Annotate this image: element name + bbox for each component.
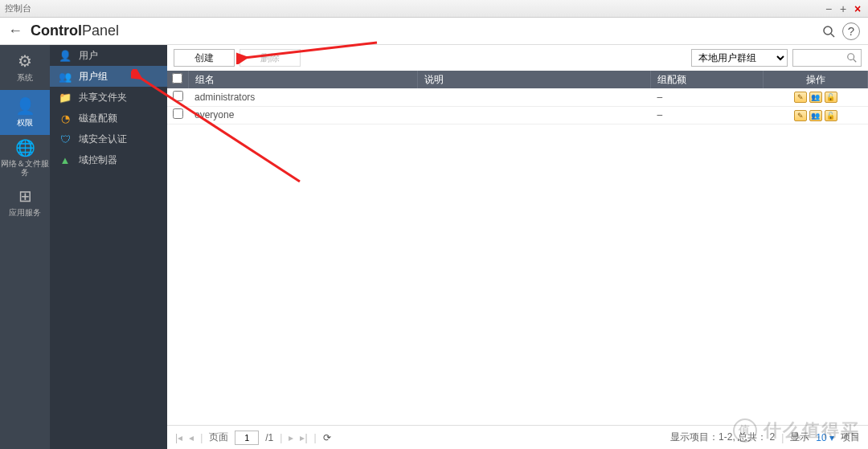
iconbar-label: 权限 xyxy=(17,117,33,129)
col-desc[interactable]: 说明 xyxy=(418,71,651,88)
search-input[interactable] xyxy=(792,49,862,67)
titlebar: 控制台 − + × xyxy=(0,0,868,18)
create-button[interactable]: 创建 xyxy=(174,49,235,67)
page-label: 页面 xyxy=(209,431,228,444)
users-icon: 👥 xyxy=(58,70,72,83)
prev-page-button[interactable]: ◂ xyxy=(189,432,194,443)
group-filter-select[interactable]: 本地用户群组 xyxy=(691,49,788,67)
cell-desc xyxy=(418,106,651,124)
svg-point-0 xyxy=(824,27,832,35)
cell-quota: – xyxy=(651,106,764,124)
row-checkbox[interactable] xyxy=(173,108,183,119)
cell-quota: – xyxy=(651,88,764,106)
members-icon[interactable]: 👥 xyxy=(809,110,822,121)
iconbar-label: 应用服务 xyxy=(9,207,41,218)
window-title: 控制台 xyxy=(5,2,31,14)
first-page-button[interactable]: |◂ xyxy=(175,432,182,443)
iconbar-item-network[interactable]: 🌐 网络＆文件服务 xyxy=(0,135,50,180)
sidebar-item-label: 共享文件夹 xyxy=(79,91,127,104)
help-icon[interactable]: ? xyxy=(842,22,860,40)
cell-name: everyone xyxy=(188,106,418,124)
sidebar-item-label: 域安全认证 xyxy=(79,133,127,146)
svg-line-3 xyxy=(854,59,857,63)
show-label: 显示 xyxy=(790,431,809,444)
header: ← ControlPanel ? xyxy=(0,18,868,45)
quota-icon: ◔ xyxy=(58,112,72,124)
maximize-button[interactable]: + xyxy=(837,2,849,15)
folder-icon: 📁 xyxy=(58,91,72,104)
row-actions: ✎ 👥 🔓 xyxy=(794,92,837,103)
page-size-select[interactable]: 10 ▾ xyxy=(816,432,834,443)
delete-button[interactable]: 删除 xyxy=(240,49,301,67)
close-button[interactable]: × xyxy=(852,2,863,15)
globe-icon: 🌐 xyxy=(15,138,35,157)
apps-icon: ⊞ xyxy=(18,186,32,206)
table-row[interactable]: everyone – ✎ 👥 🔓 xyxy=(167,106,868,124)
row-actions: ✎ 👥 🔓 xyxy=(794,110,837,121)
gear-icon: ⚙ xyxy=(18,51,32,71)
sidebar-item-label: 磁盘配额 xyxy=(79,112,117,125)
iconbar-item-apps[interactable]: ⊞ 应用服务 xyxy=(0,180,50,225)
sidebar-item-usergroups[interactable]: 👥 用户组 xyxy=(50,66,167,87)
refresh-button[interactable]: ⟳ xyxy=(323,432,331,443)
iconbar-item-privilege[interactable]: 👤 权限 xyxy=(0,90,50,135)
minimize-button[interactable]: − xyxy=(823,2,834,15)
edit-icon[interactable]: ✎ xyxy=(794,92,807,103)
svg-line-1 xyxy=(831,34,834,37)
page-total: /1 xyxy=(265,432,273,443)
sidebar-item-label: 用户 xyxy=(79,49,98,63)
sidebar: 👤 用户 👥 用户组 📁 共享文件夹 ◔ 磁盘配额 🛡 域安全认证 ▲ 域控制器 xyxy=(50,45,167,449)
search-icon xyxy=(846,52,858,63)
edit-icon[interactable]: ✎ xyxy=(794,110,807,121)
iconbar: ⚙ 系统 👤 权限 🌐 网络＆文件服务 ⊞ 应用服务 xyxy=(0,45,50,449)
toolbar: 创建 删除 本地用户群组 xyxy=(167,45,868,71)
select-all-checkbox[interactable] xyxy=(172,73,182,84)
table-row[interactable]: administrators – ✎ 👥 🔓 xyxy=(167,88,868,106)
shield-icon: 🛡 xyxy=(58,133,72,145)
col-quota[interactable]: 组配额 xyxy=(651,71,764,88)
sidebar-item-shared-folders[interactable]: 📁 共享文件夹 xyxy=(50,87,167,108)
sidebar-item-label: 域控制器 xyxy=(79,153,117,167)
status-text: 显示项目：1-2, 总共： 2 xyxy=(670,431,775,444)
page-input[interactable] xyxy=(235,431,259,445)
user-icon: 👤 xyxy=(15,96,35,116)
table-header-row: 组名 说明 组配额 操作 xyxy=(167,71,868,88)
sidebar-item-users[interactable]: 👤 用户 xyxy=(50,45,167,66)
server-icon: ▲ xyxy=(58,153,72,166)
last-page-button[interactable]: ▸| xyxy=(300,432,307,443)
col-name[interactable]: 组名 xyxy=(188,71,418,88)
members-icon[interactable]: 👥 xyxy=(809,92,822,103)
sidebar-item-domain-controller[interactable]: ▲ 域控制器 xyxy=(50,149,167,170)
iconbar-label: 网络＆文件服务 xyxy=(0,159,50,177)
item-label: 项目 xyxy=(841,431,860,444)
sidebar-item-domain-security[interactable]: 🛡 域安全认证 xyxy=(50,129,167,149)
sidebar-item-quota[interactable]: ◔ 磁盘配额 xyxy=(50,108,167,129)
row-checkbox[interactable] xyxy=(173,91,183,101)
next-page-button[interactable]: ▸ xyxy=(289,432,293,443)
cell-desc xyxy=(418,88,651,106)
iconbar-label: 系统 xyxy=(17,72,33,84)
back-button[interactable]: ← xyxy=(8,22,23,39)
pager: |◂ ◂ | 页面 /1 | ▸ ▸| | ⟳ 显示项目：1-2, 总共： 2 … xyxy=(167,425,868,449)
svg-point-2 xyxy=(848,54,854,60)
cell-name: administrators xyxy=(188,88,418,106)
sidebar-item-label: 用户组 xyxy=(79,70,108,84)
page-title: ControlPanel xyxy=(31,22,119,39)
main-panel: 创建 删除 本地用户群组 组名 说明 组配额 操作 xyxy=(167,45,868,449)
permission-icon[interactable]: 🔓 xyxy=(825,110,837,121)
user-icon: 👤 xyxy=(58,49,72,62)
group-table: 组名 说明 组配额 操作 administrators – ✎ 👥 xyxy=(167,71,868,124)
col-op[interactable]: 操作 xyxy=(764,71,868,88)
iconbar-item-system[interactable]: ⚙ 系统 xyxy=(0,45,50,90)
search-icon[interactable] xyxy=(820,22,837,40)
permission-icon[interactable]: 🔓 xyxy=(825,92,837,103)
